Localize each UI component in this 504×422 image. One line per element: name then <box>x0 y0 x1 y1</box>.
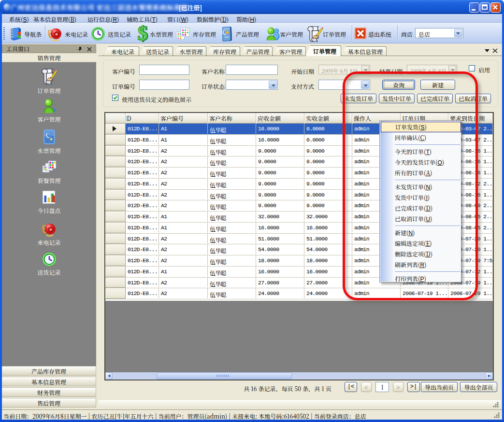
svg-text:$: $ <box>137 25 147 43</box>
